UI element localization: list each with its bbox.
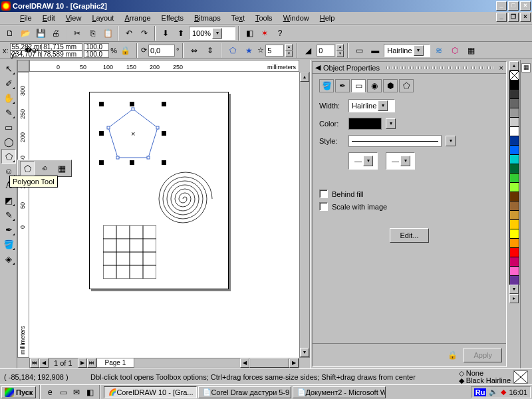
menu-effects[interactable]: Effects <box>156 13 189 23</box>
start-button[interactable]: Пуск <box>1 386 36 398</box>
close-button[interactable]: × <box>520 1 531 11</box>
flyout-spiral[interactable]: ꩜ <box>37 161 52 176</box>
print-button[interactable]: 🖨 <box>49 26 63 41</box>
swatch[interactable] <box>509 108 519 118</box>
interactive-tool[interactable]: ◈ <box>1 251 16 266</box>
shape-tool[interactable]: ✐ <box>1 76 16 90</box>
flyout-graph[interactable]: ▦ <box>55 161 69 176</box>
rectangle-tool[interactable]: ▭ <box>1 120 16 134</box>
first-page[interactable]: ⏮ <box>30 358 39 368</box>
poly-sides-field[interactable] <box>265 45 284 57</box>
edit-button[interactable]: Edit... <box>390 228 428 243</box>
menu-text[interactable]: Text <box>226 13 250 23</box>
outline-color-picker[interactable] <box>348 118 382 130</box>
behind-fill-check[interactable]: Behind fill <box>319 190 499 198</box>
outline-width-combo[interactable]: Hairline ▾ <box>384 44 430 57</box>
scale-x-field[interactable] <box>84 43 109 51</box>
menu-help[interactable]: Help <box>315 13 340 23</box>
zoom-tool[interactable]: ✋ <box>1 90 16 105</box>
palette-menu[interactable]: ▸ <box>509 294 519 303</box>
quick-app[interactable]: ◧ <box>84 386 96 398</box>
tab-internet[interactable]: ⬢ <box>383 79 398 92</box>
freehand-tool[interactable]: ✎ <box>1 105 16 120</box>
spiral-shape[interactable] <box>150 166 216 232</box>
help-button[interactable]: ? <box>273 26 287 41</box>
corel-online-button[interactable]: ✶ <box>257 26 272 41</box>
menu-view[interactable]: View <box>61 13 87 23</box>
interactive-fill-tool[interactable]: ◩ <box>1 193 16 207</box>
scroll-up[interactable]: ▴ <box>300 72 309 82</box>
menu-window[interactable]: Window <box>278 13 315 23</box>
swatch[interactable] <box>509 219 519 229</box>
swatch[interactable] <box>509 257 519 267</box>
lock-button[interactable]: 🔒 <box>445 348 460 362</box>
sel-handle[interactable] <box>162 102 166 106</box>
outline-tool[interactable]: ✒ <box>1 222 16 237</box>
swatch[interactable] <box>509 80 519 90</box>
scale-with-image-check[interactable]: Scale with image <box>319 202 499 211</box>
outline-style-select[interactable] <box>348 135 442 147</box>
palette-down[interactable]: ▾ <box>509 285 519 294</box>
spin-down[interactable]: ▾ <box>285 51 293 57</box>
quick-outlook[interactable]: ✉ <box>70 386 82 398</box>
swatch[interactable] <box>509 238 519 248</box>
new-button[interactable]: 🗋 <box>3 26 17 41</box>
scale-y-field[interactable] <box>84 51 109 58</box>
outline-width-select[interactable]: Hairline▾ <box>348 99 395 112</box>
vertical-scrollbar[interactable]: ▴ ▾ <box>299 72 310 358</box>
swatch[interactable] <box>509 89 519 99</box>
swatch[interactable] <box>509 145 519 155</box>
graph-shape[interactable] <box>103 225 156 279</box>
swatch[interactable] <box>509 126 519 136</box>
tray-icon[interactable]: 🔊 <box>489 388 498 396</box>
line-end-select[interactable]: —▾ <box>386 152 415 170</box>
minimize-button[interactable]: _ <box>496 1 507 11</box>
vertical-ruler[interactable]: 300250200150100500 millimeters <box>17 72 29 358</box>
sharpness-field[interactable] <box>317 45 335 57</box>
swatch[interactable] <box>509 98 519 108</box>
menu-file[interactable]: File <box>15 13 37 23</box>
sel-handle[interactable] <box>99 102 104 106</box>
fill-tool[interactable]: 🪣 <box>1 237 16 251</box>
sel-handle[interactable] <box>162 160 166 165</box>
line-start-select[interactable]: —▾ <box>348 152 378 170</box>
convert-button[interactable]: ⬡ <box>448 43 462 58</box>
lang-indicator[interactable]: Ru <box>474 388 487 396</box>
menu-edit[interactable]: Edit <box>37 13 61 23</box>
export-button[interactable]: ⬆ <box>174 26 188 41</box>
swatch[interactable] <box>509 154 519 164</box>
tab-fill[interactable]: 🪣 <box>319 79 334 92</box>
task-word2[interactable]: 📄 Документ2 - Microsoft W... <box>293 386 386 398</box>
swatch[interactable] <box>509 192 519 201</box>
fill-preview[interactable] <box>513 370 528 384</box>
task-coreldraw[interactable]: 🌈 CorelDRAW 10 - [Gra... <box>104 386 197 398</box>
no-fill-swatch[interactable] <box>509 70 519 80</box>
horizontal-ruler[interactable]: 050100150200250 millimeters <box>29 60 299 72</box>
last-page[interactable]: ⏭ <box>87 358 96 368</box>
task-word1[interactable]: 📄 Corel Draw дастури 5-9 - ... <box>198 386 291 398</box>
quick-desktop[interactable]: ▭ <box>57 386 69 398</box>
doc-close[interactable]: × <box>520 13 531 22</box>
swatch[interactable] <box>509 266 519 276</box>
wrap-button[interactable]: ≋ <box>432 43 446 58</box>
prev-page[interactable]: ◀ <box>39 358 49 368</box>
dropdown-icon[interactable]: ▾ <box>212 28 222 39</box>
ungroup-button[interactable]: ▦ <box>464 43 478 58</box>
save-button[interactable]: 💾 <box>33 26 48 41</box>
menu-arrange[interactable]: Arrange <box>119 13 156 23</box>
swatch[interactable] <box>509 275 519 285</box>
sel-handle[interactable] <box>130 160 134 165</box>
ellipse-tool[interactable]: ◯ <box>1 134 16 149</box>
scroll-left[interactable]: ◀ <box>240 358 249 368</box>
page-tab[interactable]: Page 1 <box>96 358 135 368</box>
lock-ratio-button[interactable]: 🔒 <box>118 43 133 58</box>
spin-up[interactable]: ▴ <box>285 44 293 51</box>
docker-close[interactable]: × <box>499 64 503 72</box>
swatch[interactable] <box>509 229 519 239</box>
mirror-h-button[interactable]: ⇔ <box>187 43 201 58</box>
app-launcher-button[interactable]: ◧ <box>242 26 257 41</box>
scroll-down[interactable]: ▾ <box>300 348 309 357</box>
swatch[interactable] <box>509 173 519 183</box>
eyedropper-tool[interactable]: ✎ <box>1 207 16 222</box>
ruler-origin[interactable] <box>17 60 29 72</box>
